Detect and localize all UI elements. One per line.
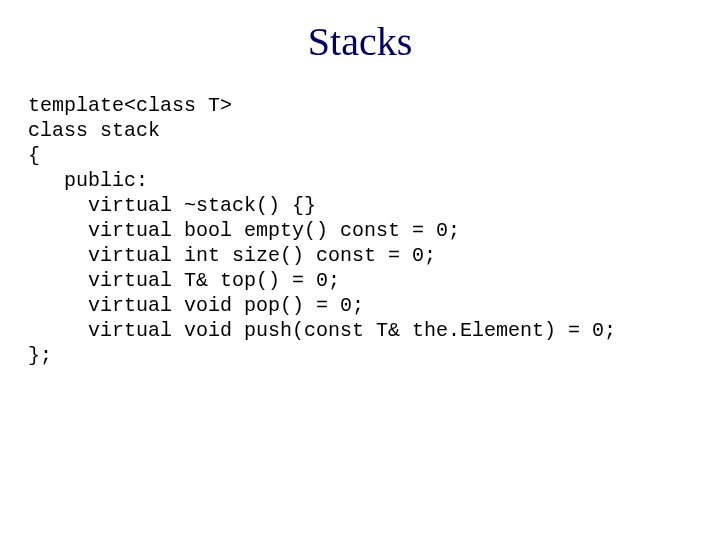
code-line: { [28, 144, 40, 167]
code-line: virtual void pop() = 0; [28, 294, 364, 317]
code-line: template<class T> [28, 94, 232, 117]
code-line: virtual T& top() = 0; [28, 269, 340, 292]
code-line: }; [28, 344, 52, 367]
slide: Stacks template<class T> class stack { p… [0, 0, 720, 540]
code-line: virtual void push(const T& the.Element) … [28, 319, 616, 342]
code-line: class stack [28, 119, 160, 142]
code-line: virtual bool empty() const = 0; [28, 219, 460, 242]
slide-title: Stacks [0, 0, 720, 93]
code-line: virtual ~stack() {} [28, 194, 316, 217]
code-line: public: [28, 169, 148, 192]
code-block: template<class T> class stack { public: … [0, 93, 720, 368]
code-line: virtual int size() const = 0; [28, 244, 436, 267]
